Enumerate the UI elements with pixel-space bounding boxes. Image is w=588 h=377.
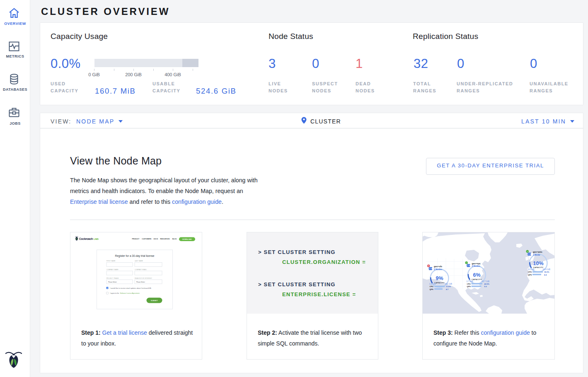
svg-text:DOWNLOAD: DOWNLOAD	[182, 239, 192, 240]
svg-text:COMPANY EMAIL: COMPANY EMAIL	[135, 269, 147, 271]
svg-text:LAST NAME: LAST NAME	[135, 260, 143, 262]
svg-text:6%: 6%	[473, 272, 480, 278]
svg-text:FIRST NAME: FIRST NAME	[106, 260, 116, 262]
svg-text:4.7: 4.7	[446, 288, 449, 290]
svg-text:1 Node: 1 Node	[533, 254, 540, 256]
svg-text:2 Nodes: 2 Nodes	[472, 265, 480, 267]
svg-text:geo=sfo: geo=sfo	[434, 265, 442, 268]
svg-text:LABS: LABS	[94, 238, 99, 240]
svg-text:CPU: CPU	[528, 271, 532, 273]
svg-text:Please Select: Please Select	[136, 281, 145, 283]
svg-text:Software License Agreement.: Software License Agreement.	[120, 292, 140, 294]
svg-text:CAPACITY: CAPACITY	[533, 266, 544, 268]
svg-text:RESOURCES: RESOURCES	[160, 238, 170, 240]
svg-text:351 GiB: 351 GiB	[445, 283, 452, 285]
svg-text:Please Select: Please Select	[108, 281, 117, 283]
svg-text:3.7 GiB: 3.7 GiB	[467, 280, 473, 283]
svg-text:I would like to receive email: I would like to receive email updates ab…	[110, 288, 152, 289]
svg-text:43.7 GiB: 43.7 GiB	[482, 280, 489, 283]
svg-text:QPS: QPS	[430, 288, 433, 290]
svg-text:4.4: 4.4	[544, 274, 547, 276]
svg-text:42.5%: 42.5%	[484, 283, 490, 285]
svg-text:Register for a 30-day trial li: Register for a 30-day trial license	[115, 254, 155, 258]
svg-text:COMPANY NAME: COMPANY NAME	[106, 269, 119, 271]
svg-text:34.4 GiB: 34.4 GiB	[542, 268, 550, 271]
svg-text:CPU: CPU	[430, 285, 433, 288]
svg-text:PROJECT PHASE: PROJECT PHASE	[106, 278, 119, 279]
svg-text:3.6 GiB: 3.6 GiB	[528, 268, 535, 271]
svg-text:CUSTOMERS: CUSTOMERS	[142, 238, 151, 240]
svg-text:geo=nyc: geo=nyc	[472, 262, 481, 265]
svg-text:PRODUCT: PRODUCT	[132, 238, 140, 240]
svg-text:REASON FOR INTEREST: REASON FOR INTEREST	[135, 278, 152, 279]
svg-text:18.3%: 18.3%	[544, 271, 549, 273]
svg-text:QPS: QPS	[467, 285, 471, 288]
svg-text:9%: 9%	[436, 276, 443, 281]
svg-text:10%: 10%	[533, 261, 543, 266]
svg-text:CAPACITY: CAPACITY	[472, 278, 482, 280]
svg-text:I agree to the: I agree to the	[110, 292, 119, 294]
svg-text:CPU: CPU	[467, 283, 471, 285]
svg-text:geo=ams: geo=ams	[533, 251, 542, 253]
svg-text:5.0: 5.0	[484, 285, 487, 288]
svg-text:BLOG: BLOG	[172, 238, 177, 240]
svg-text:Cockroach: Cockroach	[79, 237, 93, 241]
svg-text:SUBMIT: SUBMIT	[151, 300, 158, 302]
svg-text:DOCS: DOCS	[154, 238, 158, 240]
svg-text:3.2 GiB: 3.2 GiB	[429, 283, 436, 285]
svg-text:2 Nodes: 2 Nodes	[434, 268, 442, 271]
svg-text:QPS: QPS	[528, 274, 532, 276]
svg-text:11.0%: 11.0%	[446, 285, 451, 288]
